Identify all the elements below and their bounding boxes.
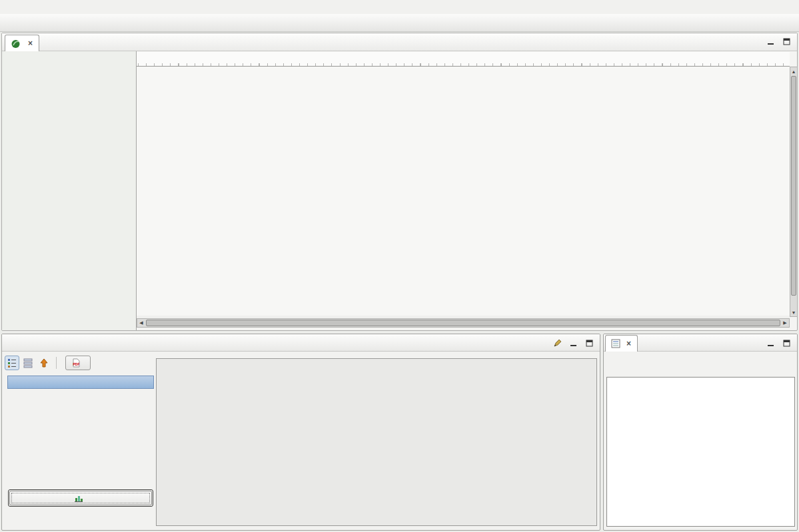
horizontal-scrollbar-thumb[interactable]	[146, 320, 780, 326]
properties-panel: ×	[603, 334, 798, 531]
timeline-tree	[2, 51, 137, 330]
scroll-up-icon[interactable]: ▲	[790, 67, 797, 75]
scroll-right-icon[interactable]: ▶	[781, 319, 789, 327]
maximize-icon[interactable]	[782, 339, 792, 348]
export-pdf-button[interactable]: PDF	[65, 356, 91, 370]
examine-gpu-usage-button-frame	[8, 489, 153, 507]
analysis-panel: PDF	[1, 334, 600, 531]
toolbar-separator	[56, 357, 57, 369]
gpu-usage-chart-icon	[74, 494, 83, 503]
promote-up-icon[interactable]	[37, 356, 51, 370]
analysis-stage-heading[interactable]	[7, 376, 154, 389]
analysis-view-toolbar: PDF	[5, 354, 91, 372]
close-icon[interactable]: ×	[27, 39, 33, 48]
horizontal-scrollbar[interactable]: ◀ ▶	[137, 318, 790, 328]
nvvp-window: × ▲ ▼ ◀ ▶	[0, 0, 799, 532]
close-icon[interactable]: ×	[626, 339, 632, 348]
minimize-icon[interactable]	[766, 339, 776, 348]
vertical-scrollbar[interactable]: ▲ ▼	[790, 67, 798, 317]
minimize-icon[interactable]	[568, 339, 578, 348]
view-menu-pencil-icon[interactable]	[552, 339, 562, 348]
examine-gpu-usage-button[interactable]	[9, 491, 152, 505]
pdf-icon: PDF	[72, 358, 81, 368]
editor-tab-bar: ×	[2, 33, 797, 51]
session-tab[interactable]: ×	[5, 35, 39, 51]
time-ruler[interactable]	[137, 52, 790, 67]
session-icon	[11, 39, 21, 49]
ruler-minor-ticks	[138, 63, 790, 66]
vertical-scrollbar-thumb[interactable]	[791, 76, 796, 296]
scroll-down-icon[interactable]: ▼	[790, 308, 797, 316]
results-area	[156, 358, 597, 526]
tab-properties[interactable]: ×	[605, 335, 638, 352]
guided-analysis-toggle[interactable]	[5, 356, 19, 370]
timeline-lanes	[137, 67, 790, 316]
maximize-icon[interactable]	[782, 37, 792, 46]
properties-icon	[611, 339, 620, 348]
maximize-icon[interactable]	[584, 339, 594, 348]
minimize-icon[interactable]	[766, 37, 776, 46]
properties-content-box	[606, 377, 795, 527]
analysis-panel-tab-bar	[2, 334, 600, 352]
svg-text:PDF: PDF	[73, 362, 80, 366]
unguided-analysis-toggle[interactable]	[21, 356, 35, 370]
main-toolbar	[0, 14, 799, 32]
menu-bar	[0, 0, 799, 14]
scroll-left-icon[interactable]: ◀	[137, 319, 145, 327]
